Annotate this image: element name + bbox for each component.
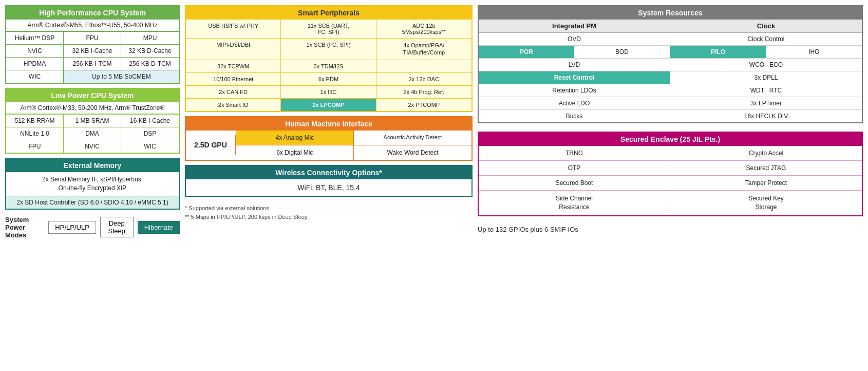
left-column: High Performance CPU System Arm® Cortex®… (5, 5, 180, 239)
lpc-grid: 512 KB RRAM 1 MB SRAM 16 KB I-Cache NNLi… (6, 114, 179, 153)
ext-section: External Memory 2x Serial Memory IF, xSP… (5, 158, 180, 210)
lpc-dma: DMA (64, 127, 121, 140)
hpc-cell-nvic: NVIC (6, 45, 64, 58)
hmi-body: 2.5D GPU 4x Analog Mic Acoustic Activity… (186, 131, 471, 160)
sr-title: System Resources (479, 6, 862, 20)
sp-ptcomp: 2x PTCOMP (376, 99, 471, 111)
se-section: Secured Enclave (25 JIL Pts.) TRNG Crypt… (478, 132, 863, 216)
se-grid: TRNG Crypto Accel OTP Secured JTAG Secur… (479, 146, 862, 215)
sr-pilo: PILO (670, 46, 766, 58)
hpc-title: High Performance CPU System (6, 6, 179, 20)
sr-row-active: Active LDO 3x LPTimer (479, 97, 862, 110)
hpc-subtitle: Arm® Cortex®-M55, Ethos™-U55, 50-400 MHz (6, 20, 179, 31)
ext-title: External Memory (6, 159, 179, 172)
notes: * Supported via external solutions ** 5 … (185, 204, 473, 222)
se-side-channel: Side Channel Resistance (479, 191, 670, 215)
sr-iho: IHO (766, 46, 862, 58)
lpc-wic: WIC (121, 140, 179, 153)
sr-por-bod: POR BOD (479, 46, 670, 59)
lpc-rram: 512 KB RRAM (6, 115, 64, 127)
sr-por: POR (479, 46, 574, 58)
sp-ethernet: 10/100 Ethernet (186, 73, 281, 86)
sr-dpll: 3x DPLL (670, 71, 862, 84)
se-tamper: Tamper Protect (670, 176, 862, 191)
sp-usb: USB HS/FS w/ PHY (186, 20, 281, 39)
sp-tdm: 2x TDM/I2S (281, 60, 376, 73)
sp-section: Smart Peripherals USB HS/FS w/ PHY 11x S… (185, 5, 473, 112)
sr-ovd: OVD (479, 33, 670, 46)
sr-active-ldo: Active LDO (479, 97, 670, 110)
sr-row-retention: Retention LDOs WDT RTC (479, 84, 862, 97)
sr-integrated-pm-header: Integrated PM (479, 20, 670, 33)
hmi-digital-mic: 6x Digital Mic (236, 145, 354, 160)
hmi-right: 4x Analog Mic Acoustic Activity Detect 6… (236, 131, 471, 160)
wc-section: Wireless Connectivity Options* WiFi, BT,… (185, 165, 473, 197)
lpc-subtitle: Arm® Cortex®-M33, 50-200 MHz, Arm® Trust… (6, 102, 179, 114)
sp-grid: USB HS/FS w/ PHY 11x SCB (UART,I²C, SPI)… (186, 20, 471, 111)
sp-empty (376, 60, 471, 73)
hpc-cell-socmem: Up to 5 MB SoCMEM (64, 70, 179, 83)
se-secured-boot: Secured Boot (479, 176, 670, 191)
sp-lpcomp: 2x LPCOMP (281, 99, 376, 111)
sr-pilo-iho: PILO IHO (670, 46, 862, 59)
hmi-section: Human Machine Interface 2.5D GPU 4x Anal… (185, 116, 473, 161)
se-title: Secured Enclave (25 JIL Pts.) (479, 133, 862, 146)
sp-title: Smart Peripherals (186, 6, 471, 20)
hpc-cell-fpu: FPU (64, 32, 121, 45)
sr-bucks: Bucks (479, 110, 670, 122)
sr-row-ovd: OVD Clock Control (479, 33, 862, 46)
mid-column: Smart Peripherals USB HS/FS w/ PHY 11x S… (185, 5, 473, 239)
hpc-cell-icache: 32 KB I-Cache (64, 45, 121, 58)
note2: ** 5 Msps in HP/LP/ULP, 200 ksps in Deep… (185, 213, 473, 222)
sr-bod: BOD (574, 46, 670, 58)
sr-reset-control: Reset Control (479, 71, 670, 84)
sr-row-bucks: Bucks 16x HFCLK DIV (479, 110, 862, 122)
se-crypto: Crypto Accel (670, 146, 862, 161)
sr-lvd: LVD (479, 59, 670, 71)
sr-col-headers: Integrated PM Clock (479, 20, 862, 33)
ext-line12: 2x Serial Memory IF, xSPI/Hyperbus, On-t… (6, 172, 179, 196)
sp-scb11: 11x SCB (UART,I²C, SPI) (281, 20, 376, 39)
sr-row-reset: Reset Control 3x DPLL (479, 71, 862, 84)
hmi-title: Human Machine Interface (186, 117, 471, 131)
hmi-wake-word: Wake Word Detect (354, 145, 471, 160)
sr-wdt-rtc: WDT RTC (670, 84, 862, 97)
hmi-acoustic: Acoustic Activity Detect (354, 131, 471, 145)
hpc-cell-dtcm: 256 KB D-TCM (121, 58, 179, 70)
sp-adc: ADC 12b5Msps/200ksps** (376, 20, 471, 39)
gpio-note: Up to 132 GPIOs plus 6 SMIF IOs (478, 226, 863, 233)
se-trng: TRNG (479, 146, 670, 161)
hpc-cell-dsp: Helium™ DSP (6, 32, 64, 45)
note1: * Supported via external solutions (185, 204, 473, 213)
hmi-gpu: 2.5D GPU (186, 135, 236, 155)
lpc-section: Low Power CPU System Arm® Cortex®-M33, 5… (5, 88, 180, 154)
se-otp: OTP (479, 161, 670, 176)
wc-content: WiFi, BT, BLE, 15.4 (186, 179, 471, 196)
power-btn-hp[interactable]: HP/LP/ULP (48, 221, 96, 234)
lpc-fpu: FPU (6, 140, 64, 153)
sr-clock-control: Clock Control (670, 33, 862, 46)
lpc-sram: 1 MB SRAM (64, 115, 121, 127)
sr-section: System Resources Integrated PM Clock OVD… (478, 5, 863, 123)
hpc-cell-itcm: 256 KB I-TCM (64, 58, 121, 70)
sr-lptimer: 3x LPTimer (670, 97, 862, 110)
sp-opamp: 4x Opamp/PGA/TIA/Buffer/Comp (376, 39, 471, 60)
sp-mipi: MIPI-DSI/DBI (186, 39, 281, 60)
ext-line3: 2x SD Host Controller (SD 6.0 / SDIO 4.1… (6, 196, 179, 209)
sp-scb1: 1x SCB (I²C, SPI) (281, 39, 376, 60)
hpc-cell-mpu: MPU (121, 32, 179, 45)
sp-i3c: 1x I3C (281, 86, 376, 99)
power-btn-deep[interactable]: Deep Sleep (100, 217, 134, 237)
wc-title: Wireless Connectivity Options* (186, 166, 471, 179)
power-modes: System Power Modes HP/LP/ULP Deep Sleep … (5, 216, 180, 239)
hpc-cell-dcache: 32 KB D-Cache (121, 45, 179, 58)
power-btn-hibernate[interactable]: Hibernate (138, 221, 180, 234)
sp-canfd: 2x CAN FD (186, 86, 281, 99)
hpc-cell-wic: WIC (6, 70, 64, 83)
sp-progref: 2x 4b Prog. Ref. (376, 86, 471, 99)
sr-body: Integrated PM Clock OVD Clock Control PO… (479, 20, 862, 122)
se-secured-key-storage: Secured Key Storage (670, 191, 862, 215)
sr-row-por: POR BOD PILO IHO (479, 46, 862, 59)
sr-hfclk-div: 16x HFCLK DIV (670, 110, 862, 122)
right-column: System Resources Integrated PM Clock OVD… (478, 5, 863, 239)
